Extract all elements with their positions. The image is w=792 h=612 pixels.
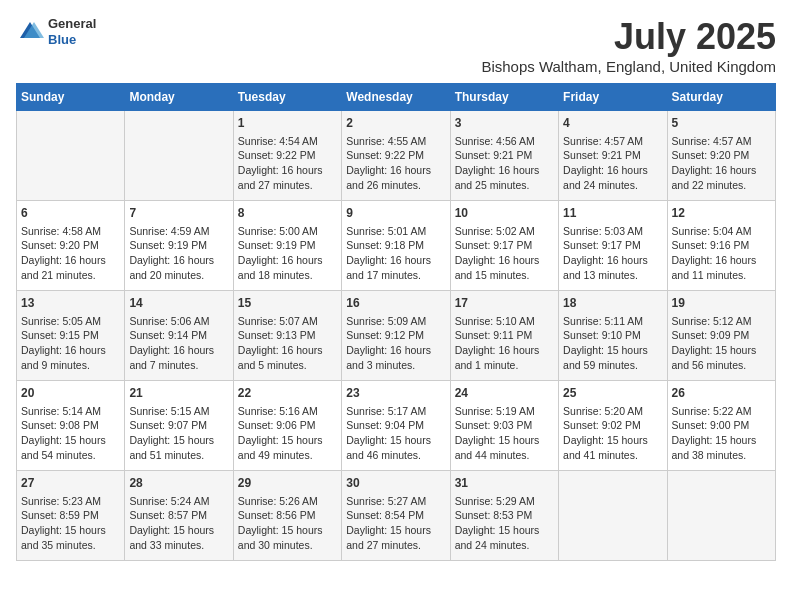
day-info: and 38 minutes.	[672, 448, 771, 463]
day-number: 16	[346, 295, 445, 312]
day-info: and 11 minutes.	[672, 268, 771, 283]
day-info: Sunset: 9:21 PM	[563, 148, 662, 163]
day-number: 18	[563, 295, 662, 312]
day-info: Sunrise: 5:02 AM	[455, 224, 554, 239]
day-info: Daylight: 15 hours	[21, 433, 120, 448]
calendar-week: 20Sunrise: 5:14 AMSunset: 9:08 PMDayligh…	[17, 381, 776, 471]
calendar-cell: 30Sunrise: 5:27 AMSunset: 8:54 PMDayligh…	[342, 471, 450, 561]
day-info: Daylight: 15 hours	[672, 433, 771, 448]
day-info: and 44 minutes.	[455, 448, 554, 463]
day-number: 27	[21, 475, 120, 492]
day-info: Daylight: 15 hours	[21, 523, 120, 538]
day-info: and 33 minutes.	[129, 538, 228, 553]
day-info: Daylight: 15 hours	[129, 433, 228, 448]
calendar-cell: 25Sunrise: 5:20 AMSunset: 9:02 PMDayligh…	[559, 381, 667, 471]
day-info: and 7 minutes.	[129, 358, 228, 373]
day-info: Sunrise: 5:17 AM	[346, 404, 445, 419]
calendar-cell: 16Sunrise: 5:09 AMSunset: 9:12 PMDayligh…	[342, 291, 450, 381]
day-info: Daylight: 15 hours	[563, 343, 662, 358]
day-info: Daylight: 16 hours	[455, 253, 554, 268]
calendar-cell: 2Sunrise: 4:55 AMSunset: 9:22 PMDaylight…	[342, 111, 450, 201]
title-block: July 2025 Bishops Waltham, England, Unit…	[481, 16, 776, 75]
day-info: and 49 minutes.	[238, 448, 337, 463]
calendar-cell: 28Sunrise: 5:24 AMSunset: 8:57 PMDayligh…	[125, 471, 233, 561]
calendar-cell: 5Sunrise: 4:57 AMSunset: 9:20 PMDaylight…	[667, 111, 775, 201]
day-info: Sunset: 9:13 PM	[238, 328, 337, 343]
calendar-week: 27Sunrise: 5:23 AMSunset: 8:59 PMDayligh…	[17, 471, 776, 561]
day-info: Sunrise: 4:57 AM	[563, 134, 662, 149]
day-info: Daylight: 16 hours	[238, 253, 337, 268]
calendar-cell	[125, 111, 233, 201]
day-info: Daylight: 15 hours	[346, 433, 445, 448]
header-day: Friday	[559, 84, 667, 111]
day-number: 25	[563, 385, 662, 402]
day-info: Sunset: 8:53 PM	[455, 508, 554, 523]
logo-text: General Blue	[48, 16, 96, 47]
day-info: Sunset: 8:56 PM	[238, 508, 337, 523]
day-info: and 27 minutes.	[346, 538, 445, 553]
day-info: Sunset: 9:12 PM	[346, 328, 445, 343]
calendar-cell: 19Sunrise: 5:12 AMSunset: 9:09 PMDayligh…	[667, 291, 775, 381]
header-day: Tuesday	[233, 84, 341, 111]
day-info: Sunrise: 5:16 AM	[238, 404, 337, 419]
day-info: Sunrise: 4:57 AM	[672, 134, 771, 149]
location: Bishops Waltham, England, United Kingdom	[481, 58, 776, 75]
day-info: Sunset: 9:16 PM	[672, 238, 771, 253]
day-info: Daylight: 16 hours	[563, 253, 662, 268]
day-info: and 56 minutes.	[672, 358, 771, 373]
day-number: 4	[563, 115, 662, 132]
calendar-cell: 17Sunrise: 5:10 AMSunset: 9:11 PMDayligh…	[450, 291, 558, 381]
calendar-cell	[667, 471, 775, 561]
month-title: July 2025	[481, 16, 776, 58]
calendar-cell: 4Sunrise: 4:57 AMSunset: 9:21 PMDaylight…	[559, 111, 667, 201]
day-info: Sunset: 9:20 PM	[672, 148, 771, 163]
calendar-cell: 15Sunrise: 5:07 AMSunset: 9:13 PMDayligh…	[233, 291, 341, 381]
day-info: and 25 minutes.	[455, 178, 554, 193]
day-info: and 24 minutes.	[563, 178, 662, 193]
day-info: and 9 minutes.	[21, 358, 120, 373]
header-day: Thursday	[450, 84, 558, 111]
day-info: Sunrise: 5:09 AM	[346, 314, 445, 329]
day-info: Sunrise: 5:29 AM	[455, 494, 554, 509]
day-info: and 59 minutes.	[563, 358, 662, 373]
day-info: Daylight: 15 hours	[455, 433, 554, 448]
day-info: Sunset: 9:07 PM	[129, 418, 228, 433]
day-info: Sunset: 9:17 PM	[563, 238, 662, 253]
day-number: 21	[129, 385, 228, 402]
day-number: 22	[238, 385, 337, 402]
day-info: Sunrise: 5:03 AM	[563, 224, 662, 239]
day-info: Sunset: 9:08 PM	[21, 418, 120, 433]
day-info: Sunrise: 5:11 AM	[563, 314, 662, 329]
day-info: Sunrise: 5:22 AM	[672, 404, 771, 419]
day-number: 19	[672, 295, 771, 312]
calendar-cell: 20Sunrise: 5:14 AMSunset: 9:08 PMDayligh…	[17, 381, 125, 471]
calendar-cell: 3Sunrise: 4:56 AMSunset: 9:21 PMDaylight…	[450, 111, 558, 201]
day-info: and 26 minutes.	[346, 178, 445, 193]
day-info: Daylight: 15 hours	[238, 433, 337, 448]
day-number: 3	[455, 115, 554, 132]
day-info: Sunset: 9:11 PM	[455, 328, 554, 343]
day-info: Daylight: 16 hours	[238, 343, 337, 358]
day-number: 12	[672, 205, 771, 222]
calendar-cell: 31Sunrise: 5:29 AMSunset: 8:53 PMDayligh…	[450, 471, 558, 561]
day-info: Daylight: 16 hours	[563, 163, 662, 178]
day-info: Daylight: 16 hours	[455, 343, 554, 358]
calendar-table: SundayMondayTuesdayWednesdayThursdayFrid…	[16, 83, 776, 561]
day-info: and 3 minutes.	[346, 358, 445, 373]
day-info: Sunrise: 5:04 AM	[672, 224, 771, 239]
day-info: Sunrise: 5:27 AM	[346, 494, 445, 509]
day-info: Sunrise: 5:07 AM	[238, 314, 337, 329]
day-info: Sunrise: 5:01 AM	[346, 224, 445, 239]
calendar-cell: 8Sunrise: 5:00 AMSunset: 9:19 PMDaylight…	[233, 201, 341, 291]
day-info: Sunset: 9:09 PM	[672, 328, 771, 343]
day-info: Sunset: 9:18 PM	[346, 238, 445, 253]
day-number: 23	[346, 385, 445, 402]
calendar-cell: 11Sunrise: 5:03 AMSunset: 9:17 PMDayligh…	[559, 201, 667, 291]
day-info: and 54 minutes.	[21, 448, 120, 463]
calendar-cell	[559, 471, 667, 561]
day-info: and 27 minutes.	[238, 178, 337, 193]
calendar-cell	[17, 111, 125, 201]
day-info: Sunset: 9:20 PM	[21, 238, 120, 253]
day-info: Daylight: 16 hours	[21, 343, 120, 358]
day-info: Sunrise: 5:20 AM	[563, 404, 662, 419]
